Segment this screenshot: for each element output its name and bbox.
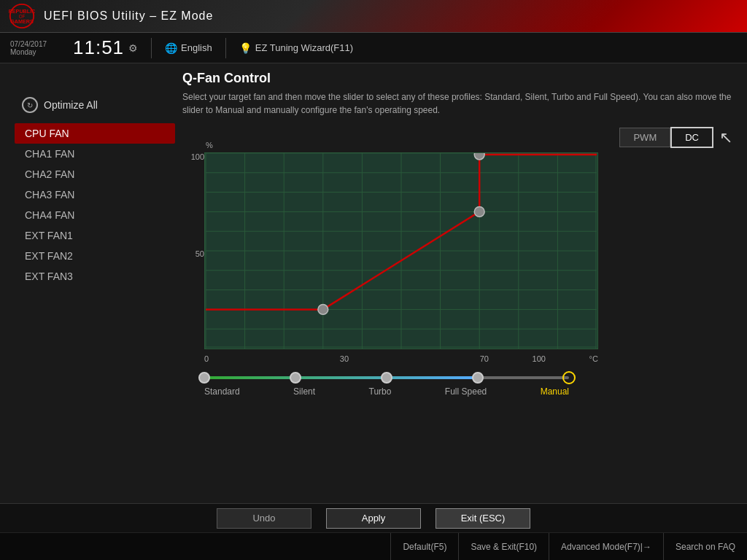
slider-dot-standard[interactable] (198, 372, 210, 384)
profile-slider-track[interactable] (204, 376, 569, 379)
fan-item-cha1[interactable]: CHA1 FAN (15, 144, 175, 164)
optimize-all-label: Optimize All (44, 99, 98, 111)
panel-description: Select your target fan and then move the… (182, 90, 732, 117)
label-standard: Standard (204, 386, 240, 397)
panel-title: Q-Fan Control (182, 71, 732, 86)
optimize-icon: ↻ (22, 97, 38, 113)
clock-time: 11:51 (73, 36, 124, 59)
fan-item-cha2[interactable]: CHA2 FAN (15, 164, 175, 184)
footer-bar: Default(F5) Save & Exit(F10) Advanced Mo… (0, 532, 747, 560)
fan-list-panel: ↻ Optimize All CPU FAN CHA1 FAN CHA2 FAN… (15, 71, 175, 503)
ez-tuning-label: EZ Tuning Wizard(F11) (255, 42, 353, 53)
x-0: 0 (204, 354, 209, 363)
fan-curve-chart[interactable] (204, 152, 598, 349)
pwm-button[interactable]: PWM (619, 128, 670, 147)
fan-item-ext2[interactable]: EXT FAN2 (15, 246, 175, 266)
right-panel: Q-Fan Control Select your target fan and… (175, 71, 732, 503)
footer-default[interactable]: Default(F5) (390, 533, 458, 560)
track-green (204, 376, 481, 379)
label-silent: Silent (293, 386, 315, 397)
action-bar: Undo Apply Exit (ESC) (0, 503, 747, 532)
logo-area: REPUBLIC OF GAMERS (9, 3, 35, 29)
svg-text:GAMERS: GAMERS (10, 18, 34, 25)
y-100: 100 (182, 152, 204, 161)
curve-point-2[interactable] (474, 206, 484, 217)
day-text: Monday (10, 48, 60, 56)
profile-labels: Standard Silent Turbo Full Speed Manual (204, 386, 569, 397)
slider-dot-turbo[interactable] (381, 372, 392, 384)
divider (151, 38, 152, 58)
top-bar: REPUBLIC OF GAMERS UEFI BIOS Utility – E… (0, 0, 747, 33)
footer-search-faq[interactable]: Search on FAQ (663, 533, 747, 560)
slider-dot-fullspeed[interactable] (472, 372, 484, 384)
label-turbo: Turbo (369, 386, 392, 397)
footer-save-exit[interactable]: Save & Exit(F10) (458, 533, 549, 560)
profile-slider-section: Standard Silent Turbo Full Speed Manual (182, 376, 732, 397)
footer-advanced-mode[interactable]: Advanced Mode(F7)|→ (549, 533, 663, 560)
date-text: 07/24/2017 (10, 40, 60, 48)
slider-dot-manual[interactable] (562, 371, 576, 384)
x-30: 30 (340, 354, 349, 363)
language-label: English (181, 42, 212, 53)
fan-item-ext1[interactable]: EXT FAN1 (15, 225, 175, 246)
curve-point-3[interactable] (474, 152, 484, 160)
exit-button[interactable]: Exit (ESC) (436, 508, 530, 529)
globe-icon: 🌐 (165, 42, 177, 54)
optimize-all-button[interactable]: ↻ Optimize All (15, 93, 175, 117)
x-70: 70 (480, 354, 489, 363)
chart-wrap: 100 50 % (182, 152, 732, 352)
x-100: 100 (533, 354, 546, 363)
ez-tuning-button[interactable]: 💡 EZ Tuning Wizard(F11) (239, 42, 353, 54)
clock-area: 11:51 ⚙ (73, 36, 138, 59)
cursor-icon: ↖ (719, 128, 732, 147)
date-display: 07/24/2017 Monday (10, 40, 60, 56)
app-title: UEFI BIOS Utility – EZ Mode (44, 9, 213, 23)
slider-dot-silent[interactable] (290, 372, 301, 384)
dc-button[interactable]: DC (670, 127, 713, 148)
fan-item-ext3[interactable]: EXT FAN3 (15, 266, 175, 287)
second-bar: 07/24/2017 Monday 11:51 ⚙ 🌐 English 💡 EZ… (0, 33, 747, 63)
language-area[interactable]: 🌐 English (165, 42, 212, 54)
fan-item-cpu[interactable]: CPU FAN (15, 123, 175, 144)
undo-button[interactable]: Undo (217, 508, 311, 529)
chart-svg-wrapper: % (204, 152, 598, 352)
chart-container: PWM DC ↖ 100 50 % (182, 127, 732, 503)
rog-logo-icon: REPUBLIC OF GAMERS (9, 3, 35, 29)
fan-item-cha3[interactable]: CHA3 FAN (15, 184, 175, 205)
y-50: 50 (182, 249, 204, 258)
divider (225, 38, 226, 58)
y-axis-label: % (206, 141, 213, 149)
bulb-icon: 💡 (239, 42, 252, 54)
apply-button[interactable]: Apply (326, 508, 421, 529)
fan-item-cha4[interactable]: CHA4 FAN (15, 205, 175, 225)
main-content: ↻ Optimize All CPU FAN CHA1 FAN CHA2 FAN… (0, 63, 747, 503)
x-axis: 0 30 70 100 °C (204, 352, 598, 363)
label-manual: Manual (541, 386, 569, 397)
y-axis: 100 50 (182, 152, 204, 349)
clock-settings-icon[interactable]: ⚙ (128, 42, 138, 54)
label-fullspeed: Full Speed (445, 386, 487, 397)
curve-point-1[interactable] (318, 304, 328, 314)
x-unit: °C (589, 354, 598, 363)
